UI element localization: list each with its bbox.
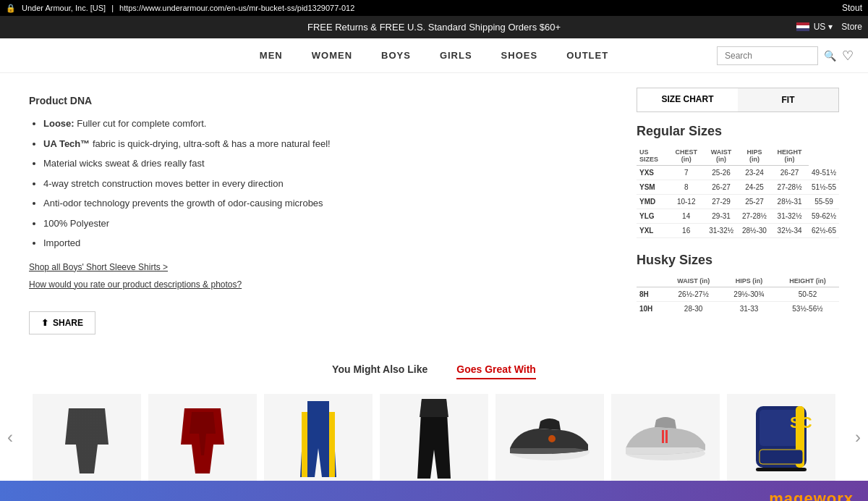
table-row: 10H28-3031-3353½-56½ — [637, 302, 839, 313]
footer-bar: mageworx — [0, 481, 868, 502]
table-row: YSM826-2724-2527-28½51½-55 — [637, 180, 839, 195]
col-waist: WAIST (in) — [704, 146, 738, 166]
nav-shoes[interactable]: SHOES — [501, 50, 538, 61]
bullet-4: 4-way stretch construction moves better … — [43, 177, 608, 191]
husky-sizes-title: Husky Sizes — [637, 253, 839, 268]
share-button[interactable]: ⬆ SHARE — [29, 311, 95, 334]
promo-bar: FREE Returns & FREE U.S. Standard Shippi… — [0, 16, 868, 38]
share-label: SHARE — [53, 318, 83, 328]
col-us-sizes: US SIZES — [637, 146, 668, 166]
rec-grid: SC — [20, 394, 848, 481]
recommendations-section: You Might Also Like Goes Great With ‹ — [0, 349, 868, 481]
bullet-2: UA Tech™ fabric is quick-drying, ultra-s… — [43, 137, 608, 151]
browser-company: Under Armour, Inc. [US] — [22, 4, 106, 12]
bullet-7: Imported — [43, 236, 608, 250]
size-chart-tabs: SIZE CHART FIT — [637, 88, 839, 112]
product-item-7[interactable]: SC — [727, 394, 835, 481]
rec-items: ‹ — [0, 394, 868, 481]
svg-rect-1 — [307, 401, 329, 412]
bullet-1-text: Fuller cut for complete comfort. — [75, 118, 207, 129]
browser-separator: | — [111, 4, 114, 12]
tab-size-chart[interactable]: SIZE CHART — [637, 88, 738, 111]
product-item-6[interactable] — [611, 394, 720, 481]
col-hips: HIPS (in) — [739, 146, 770, 166]
svg-rect-14 — [760, 450, 803, 464]
region-label: US — [814, 22, 826, 32]
bullet-5: Anti-odor technology prevents the growth… — [43, 196, 608, 211]
table-row: YMD10-1227-2925-2728½-3155-59 — [637, 195, 839, 209]
svg-rect-3 — [302, 412, 307, 477]
feedback-link[interactable]: How would you rate our product descripti… — [29, 279, 608, 290]
product-dna-title: Product DNA — [29, 95, 608, 106]
husky-height-col: HEIGHT (in) — [776, 275, 839, 287]
product-item-4[interactable] — [380, 394, 488, 481]
product-item-3[interactable] — [264, 394, 373, 481]
flag-icon — [796, 22, 809, 31]
product-img-4 — [380, 394, 488, 481]
search-icon[interactable]: 🔍 — [824, 50, 836, 62]
size-chart-panel: SIZE CHART FIT Regular Sizes US SIZES CH… — [637, 88, 839, 334]
product-img-3 — [264, 394, 373, 481]
svg-text:SC: SC — [790, 413, 812, 431]
husky-sizes-table: WAIST (in) HIPS (in) HEIGHT (in) 8H26½-2… — [637, 275, 839, 312]
size-chart-scroll[interactable]: Regular Sizes US SIZES CHEST (in) WAIST … — [637, 124, 839, 312]
bullet-4-text: 4-way stretch construction moves better … — [43, 178, 284, 189]
product-img-5 — [495, 394, 604, 481]
table-row: YLG1429-3127-28½31-32½59-62½ — [637, 209, 839, 224]
product-dna-section: Product DNA Loose: Fuller cut for comple… — [29, 88, 608, 334]
table-row: YXL1631-32½28½-3032½-3462½-65 — [637, 224, 839, 238]
col-height: HEIGHT (in) — [770, 146, 809, 166]
search-input[interactable] — [717, 46, 818, 65]
table-row: 8H26½-27½29½-30¾50-52 — [637, 287, 839, 302]
product-item-1[interactable] — [33, 394, 141, 481]
product-img-6 — [611, 394, 720, 481]
regular-sizes-title: Regular Sizes — [637, 124, 839, 139]
bullet-5-text: Anti-odor technology prevents the growth… — [43, 198, 323, 209]
nav-boys[interactable]: BOYS — [381, 50, 411, 61]
product-dna-bullets: Loose: Fuller cut for complete comfort. … — [29, 117, 608, 250]
prev-arrow[interactable]: ‹ — [0, 427, 20, 447]
husky-size-col — [637, 275, 665, 287]
bullet-1-bold: Loose: — [43, 118, 75, 129]
svg-rect-11 — [756, 468, 807, 471]
share-icon: ⬆ — [41, 318, 48, 328]
table-row: YXS725-2623-2426-2749-51½ — [637, 166, 839, 180]
product-img-7: SC — [727, 394, 835, 481]
main-content: Product DNA Loose: Fuller cut for comple… — [0, 73, 868, 349]
next-arrow[interactable]: › — [848, 427, 868, 447]
shop-link[interactable]: Shop all Boys' Short Sleeve Shirts > — [29, 262, 608, 272]
tab-also-like[interactable]: You Might Also Like — [332, 363, 427, 379]
promo-text: FREE Returns & FREE U.S. Standard Shippi… — [307, 22, 561, 33]
wishlist-icon[interactable]: ♡ — [842, 48, 854, 64]
bullet-2-bold: UA Tech™ — [43, 138, 90, 149]
store-label: Store — [841, 22, 862, 32]
nav-women[interactable]: WOMEN — [312, 50, 352, 61]
nav-men[interactable]: MEN — [260, 50, 283, 61]
bullet-1: Loose: Fuller cut for complete comfort. — [43, 117, 608, 131]
browser-url: https://www.underarmour.com/en-us/mr-buc… — [119, 4, 354, 12]
region-arrow: ▾ — [828, 22, 833, 32]
brand-text: mageworx — [769, 489, 854, 502]
product-img-2 — [148, 394, 257, 481]
tab-fit[interactable]: FIT — [738, 88, 838, 111]
bullet-3-text: Material wicks sweat & dries really fast — [43, 158, 205, 169]
svg-rect-8 — [665, 430, 668, 443]
col-chest: CHEST (in) — [668, 146, 704, 166]
tab-great-with[interactable]: Goes Great With — [456, 363, 536, 379]
husky-hips-col: HIPS (in) — [722, 275, 776, 287]
husky-waist-col: WAIST (in) — [665, 275, 722, 287]
svg-point-5 — [548, 435, 556, 442]
product-item-5[interactable] — [495, 394, 604, 481]
rec-tabs: You Might Also Like Goes Great With — [0, 363, 868, 379]
bullet-6: 100% Polyester — [43, 216, 608, 231]
svg-rect-7 — [662, 430, 664, 443]
product-item-2[interactable] — [148, 394, 257, 481]
bullet-2-text: fabric is quick-drying, ultra-soft & has… — [90, 138, 330, 149]
bullet-6-text: 100% Polyester — [43, 218, 109, 229]
stout-label: Stout — [842, 3, 862, 13]
nav-girls[interactable]: GIRLS — [440, 50, 472, 61]
lock-icon: 🔒 — [6, 4, 16, 13]
nav-outlet[interactable]: OUTLET — [566, 50, 608, 61]
bullet-3: Material wicks sweat & dries really fast — [43, 156, 608, 171]
regular-sizes-table: US SIZES CHEST (in) WAIST (in) HIPS (in)… — [637, 146, 839, 238]
